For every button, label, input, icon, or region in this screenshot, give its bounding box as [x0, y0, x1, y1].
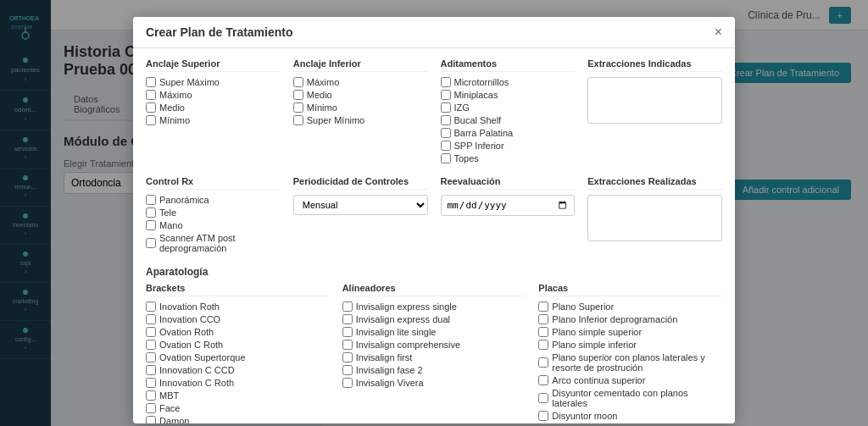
ovation-supertorque-checkbox[interactable]	[146, 352, 156, 362]
col-extracciones-realizadas: Extracciones Realizadas	[587, 176, 722, 256]
checkbox-minimo-sup: Mínimo	[146, 115, 281, 125]
checkbox-maximo-sup: Máximo	[146, 90, 281, 100]
damon-checkbox[interactable]	[146, 416, 156, 423]
plano-superior-checkbox[interactable]	[538, 302, 548, 312]
microtornillos-checkbox[interactable]	[441, 77, 451, 87]
checkbox-medio-sup: Medio	[146, 102, 281, 113]
spp-inferior-checkbox[interactable]	[441, 141, 451, 151]
invisalign-express-dual-checkbox[interactable]	[342, 314, 353, 324]
invisalign-first-checkbox[interactable]	[342, 352, 353, 362]
alineadores-label: Alineadores	[342, 283, 526, 296]
col-extracciones-indicadas: Extracciones Indicadas	[587, 58, 722, 166]
aparatologia-title: Aparatología	[146, 266, 722, 278]
izg-checkbox[interactable]	[441, 102, 451, 113]
placas-label: Placas	[538, 283, 722, 296]
extracciones-indicadas-label: Extracciones Indicadas	[587, 58, 722, 72]
modal-header: Crear Plan de Tratamiento ×	[133, 17, 735, 48]
modal-close-button[interactable]: ×	[715, 25, 722, 39]
col-brackets: Brackets Inovation Roth Inovation CCO Ov…	[146, 283, 330, 423]
maximo-sup-checkbox[interactable]	[146, 90, 156, 100]
modal-body: Anclaje Superior Super Máximo Máximo Med…	[133, 48, 735, 423]
anclaje-inferior-label: Anclaje Inferior	[293, 58, 428, 72]
super-maximo-checkbox[interactable]	[146, 77, 156, 87]
medio-sup-checkbox[interactable]	[146, 102, 156, 113]
invisalign-comprehensive-checkbox[interactable]	[342, 340, 353, 350]
disyuntor-planos-checkbox[interactable]	[538, 393, 548, 403]
plano-simple-inferior-checkbox[interactable]	[538, 340, 548, 350]
col-anclaje-superior: Anclaje Superior Super Máximo Máximo Med…	[146, 58, 281, 166]
extracciones-indicadas-textarea[interactable]	[587, 77, 722, 124]
col-anclaje-inferior: Anclaje Inferior Máximo Medio Mínimo	[293, 58, 428, 166]
col-aditamentos: Aditamentos Microtornillos Miniplacas IZ…	[441, 58, 576, 166]
plano-superior-planos-checkbox[interactable]	[538, 357, 548, 368]
face-checkbox[interactable]	[146, 403, 156, 413]
inovation-cco-checkbox[interactable]	[146, 314, 156, 324]
col-periodicidad: Periodicidad de Controles Mensual Bimest…	[293, 176, 428, 256]
ovation-c-roth-checkbox[interactable]	[146, 340, 156, 350]
panoramica-checkbox[interactable]	[146, 195, 156, 205]
extracciones-realizadas-textarea[interactable]	[587, 195, 722, 241]
reevaluacion-label: Reevaluación	[441, 176, 576, 190]
minimo-sup-checkbox[interactable]	[146, 115, 156, 125]
arco-continua-checkbox[interactable]	[538, 375, 548, 385]
tele-checkbox[interactable]	[146, 207, 156, 218]
invisalign-vivera-checkbox[interactable]	[342, 378, 353, 388]
mano-checkbox[interactable]	[146, 220, 156, 230]
col-reevaluacion: Reevaluación	[441, 176, 576, 256]
reevaluacion-date[interactable]	[441, 195, 576, 216]
extracciones-realizadas-label: Extracciones Realizadas	[587, 176, 722, 190]
disyuntor-moon-checkbox[interactable]	[538, 411, 548, 421]
brackets-label: Brackets	[146, 283, 330, 296]
mbt-checkbox[interactable]	[146, 390, 156, 401]
col-alineadores: Alineadores Invisalign express single In…	[342, 283, 526, 423]
row-anclajes: Anclaje Superior Super Máximo Máximo Med…	[146, 58, 722, 166]
modal-title: Crear Plan de Tratamiento	[146, 25, 293, 39]
topes-checkbox[interactable]	[441, 153, 451, 163]
aditamentos-label: Aditamentos	[441, 58, 576, 72]
super-minimo-checkbox[interactable]	[293, 115, 303, 125]
invisalign-fase2-checkbox[interactable]	[342, 365, 353, 375]
bucal-shelf-checkbox[interactable]	[441, 115, 451, 125]
checkbox-super-maximo: Super Máximo	[146, 77, 281, 87]
invisalign-lite-single-checkbox[interactable]	[342, 327, 353, 337]
medio-inf-checkbox[interactable]	[293, 90, 303, 100]
checkbox-maximo-inf: Máximo	[293, 77, 428, 87]
modal-crear-plan: Crear Plan de Tratamiento × Anclaje Supe…	[133, 17, 735, 423]
row-control-rx: Control Rx Panorámica Tele Mano Scanner …	[146, 176, 722, 256]
innovation-c-ccd-checkbox[interactable]	[146, 365, 156, 375]
control-rx-label: Control Rx	[146, 176, 281, 190]
inovation-roth-checkbox[interactable]	[146, 302, 156, 312]
plano-simple-superior-checkbox[interactable]	[538, 327, 548, 337]
plano-inferior-deprog-checkbox[interactable]	[538, 314, 548, 324]
checkbox-minimo-inf: Mínimo	[293, 102, 428, 113]
maximo-inf-checkbox[interactable]	[293, 77, 303, 87]
modal-overlay: Crear Plan de Tratamiento × Anclaje Supe…	[0, 0, 868, 426]
anclaje-superior-label: Anclaje Superior	[146, 58, 281, 72]
ovation-roth-checkbox[interactable]	[146, 327, 156, 337]
row-aparatologia: Brackets Inovation Roth Inovation CCO Ov…	[146, 283, 722, 423]
innovation-c-roth-checkbox[interactable]	[146, 378, 156, 388]
invisalign-express-single-checkbox[interactable]	[342, 302, 353, 312]
periodicidad-label: Periodicidad de Controles	[293, 176, 428, 190]
minimo-inf-checkbox[interactable]	[293, 102, 303, 113]
col-control-rx: Control Rx Panorámica Tele Mano Scanner …	[146, 176, 281, 256]
checkbox-medio-inf: Medio	[293, 90, 428, 100]
col-placas: Placas Plano Superior Plano Inferior dep…	[538, 283, 722, 423]
checkbox-super-minimo: Super Mínimo	[293, 115, 428, 125]
periodicidad-select[interactable]: Mensual Bimestral Trimestral	[293, 195, 428, 215]
barra-palatina-checkbox[interactable]	[441, 128, 451, 138]
scanner-atm-checkbox[interactable]	[146, 238, 156, 248]
miniplacas-checkbox[interactable]	[441, 90, 451, 100]
